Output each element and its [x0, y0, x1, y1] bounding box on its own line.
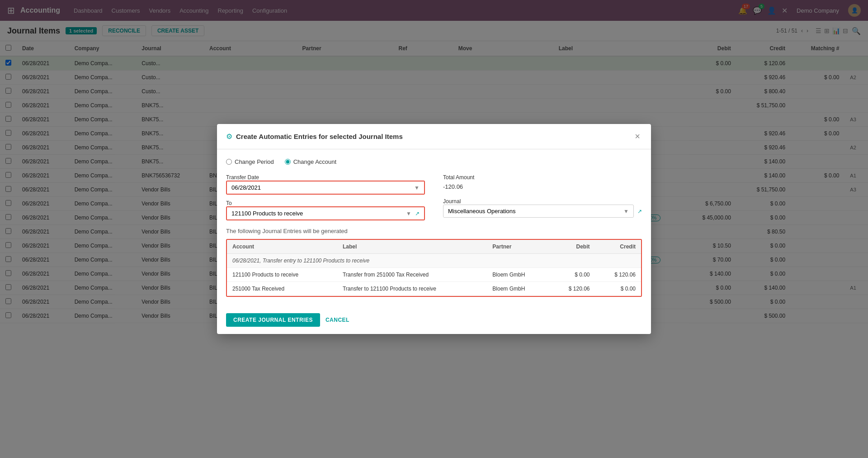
entries-col-partner: Partner: [487, 240, 549, 254]
entries-col-debit: Debit: [549, 240, 595, 254]
entries-header-row: Account Label Partner Debit Credit: [227, 240, 641, 254]
entries-col-label: Label: [337, 240, 487, 254]
to-external-link-icon[interactable]: ↗: [415, 210, 420, 217]
radio-group: Change Period Change Account: [226, 158, 642, 165]
radio-change-account[interactable]: Change Account: [285, 158, 336, 165]
entries-cell-account: 121100 Products to receive: [227, 268, 337, 282]
total-amount-label: Total Amount: [443, 174, 642, 181]
journal-label: Journal: [443, 198, 642, 205]
to-group: To 121100 Products to receive ▼ ↗: [226, 200, 425, 220]
modal-title-area: ⚙ Create Automatic Entries for selected …: [226, 132, 403, 141]
entries-cell-label: Transfer from 251000 Tax Received: [337, 268, 487, 282]
entries-cell-account: 251000 Tax Received: [227, 282, 337, 296]
entries-title: The following Journal Entries will be ge…: [226, 228, 642, 234]
entries-col-credit: Credit: [595, 240, 641, 254]
modal-footer: CREATE JOURNAL ENTRIES CANCEL: [217, 306, 651, 334]
journal-external-link-icon[interactable]: ↗: [637, 208, 642, 215]
entries-table: Account Label Partner Debit Credit 06/28…: [227, 240, 641, 296]
modal-body: Change Period Change Account Transfer Da…: [217, 149, 651, 306]
modal-overlay: ⚙ Create Automatic Entries for selected …: [0, 0, 868, 458]
to-dropdown-arrow: ▼: [406, 210, 411, 217]
entries-cell-credit: $ 0.00: [595, 282, 641, 296]
create-journal-entries-button[interactable]: CREATE JOURNAL ENTRIES: [226, 313, 320, 327]
entries-section: The following Journal Entries will be ge…: [226, 228, 642, 297]
entries-cell-partner: Bloem GmbH: [487, 282, 549, 296]
gear-icon: ⚙: [226, 132, 232, 141]
date-dropdown-arrow: ▼: [414, 185, 420, 191]
to-wrapper: 121100 Products to receive ▼ ↗: [226, 206, 425, 220]
transfer-date-control[interactable]: 06/28/2021 ▼: [227, 181, 424, 194]
radio-change-period[interactable]: Change Period: [226, 158, 274, 165]
journal-dropdown-arrow: ▼: [623, 208, 629, 215]
to-label: To: [226, 200, 425, 206]
radio-change-account-input[interactable]: [285, 159, 291, 165]
entries-table-row: 251000 Tax Received Transfer to 121100 P…: [227, 282, 641, 296]
cancel-button[interactable]: CANCEL: [326, 317, 349, 323]
to-value: 121100 Products to receive: [231, 210, 303, 217]
journal-value: Miscellaneous Operations: [448, 208, 516, 215]
transfer-date-wrapper: 06/28/2021 ▼: [226, 181, 425, 195]
total-amount-value: -120.06: [443, 181, 642, 193]
transfer-date-group: Transfer Date 06/28/2021 ▼: [226, 174, 425, 195]
modal-dialog: ⚙ Create Automatic Entries for selected …: [217, 124, 651, 334]
entries-cell-debit: $ 0.00: [549, 268, 595, 282]
to-control[interactable]: 121100 Products to receive ▼ ↗: [227, 207, 424, 219]
radio-change-period-label: Change Period: [235, 158, 274, 165]
entries-col-account: Account: [227, 240, 337, 254]
modal-header: ⚙ Create Automatic Entries for selected …: [217, 124, 651, 149]
total-amount-group: Total Amount -120.06: [443, 174, 642, 193]
entries-table-row: 06/28/2021, Transfer entry to 121100 Pro…: [227, 254, 641, 268]
modal-title: Create Automatic Entries for selected Jo…: [236, 133, 403, 140]
journal-select-control[interactable]: Miscellaneous Operations ▼: [443, 205, 634, 218]
entries-table-row: 121100 Products to receive Transfer from…: [227, 268, 641, 282]
entries-cell-partner: Bloem GmbH: [487, 268, 549, 282]
right-form-col: Total Amount -120.06 Journal Miscellaneo…: [443, 174, 642, 220]
entries-cell-label: Transfer to 121100 Products to receive: [337, 282, 487, 296]
transfer-date-label: Transfer Date: [226, 174, 425, 181]
radio-change-period-input[interactable]: [226, 159, 232, 165]
journal-group: Journal Miscellaneous Operations ▼ ↗: [443, 198, 642, 218]
entries-table-wrapper: Account Label Partner Debit Credit 06/28…: [226, 239, 642, 297]
left-form-col: Transfer Date 06/28/2021 ▼ To 1211: [226, 174, 425, 220]
form-fields: Transfer Date 06/28/2021 ▼ To 1211: [226, 174, 642, 220]
modal-close-button[interactable]: ×: [633, 131, 642, 142]
entries-header-cell: 06/28/2021, Transfer entry to 121100 Pro…: [227, 254, 641, 268]
entries-cell-debit: $ 120.06: [549, 282, 595, 296]
entries-cell-credit: $ 120.06: [595, 268, 641, 282]
transfer-date-value: 06/28/2021: [231, 184, 261, 191]
journal-select-wrapper: Miscellaneous Operations ▼ ↗: [443, 205, 642, 218]
radio-change-account-label: Change Account: [293, 158, 336, 165]
